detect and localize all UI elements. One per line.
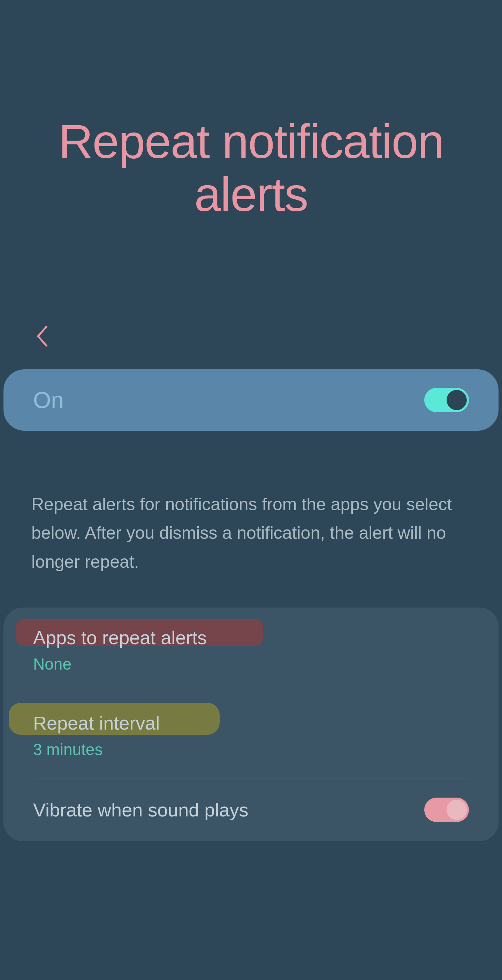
setting-label: Apps to repeat alerts [33, 627, 469, 648]
vibrate-toggle-switch[interactable] [424, 798, 469, 822]
setting-label: Vibrate when sound plays [33, 799, 248, 821]
setting-apps-to-repeat[interactable]: Apps to repeat alerts None [33, 608, 469, 693]
description-text: Repeat alerts for notifications from the… [3, 490, 499, 576]
master-toggle-card[interactable]: On [3, 369, 499, 431]
setting-label: Repeat interval [33, 712, 469, 734]
page-title: Repeat notification alerts [3, 0, 499, 221]
back-button[interactable] [31, 326, 52, 347]
setting-value: None [33, 655, 469, 673]
master-toggle-label: On [33, 387, 64, 413]
settings-card: Apps to repeat alerts None Repeat interv… [3, 608, 499, 841]
master-toggle-switch[interactable] [424, 388, 469, 412]
chevron-left-icon [34, 324, 49, 349]
setting-vibrate[interactable]: Vibrate when sound plays [33, 778, 469, 841]
setting-value: 3 minutes [33, 740, 469, 759]
setting-repeat-interval[interactable]: Repeat interval 3 minutes [33, 693, 469, 778]
